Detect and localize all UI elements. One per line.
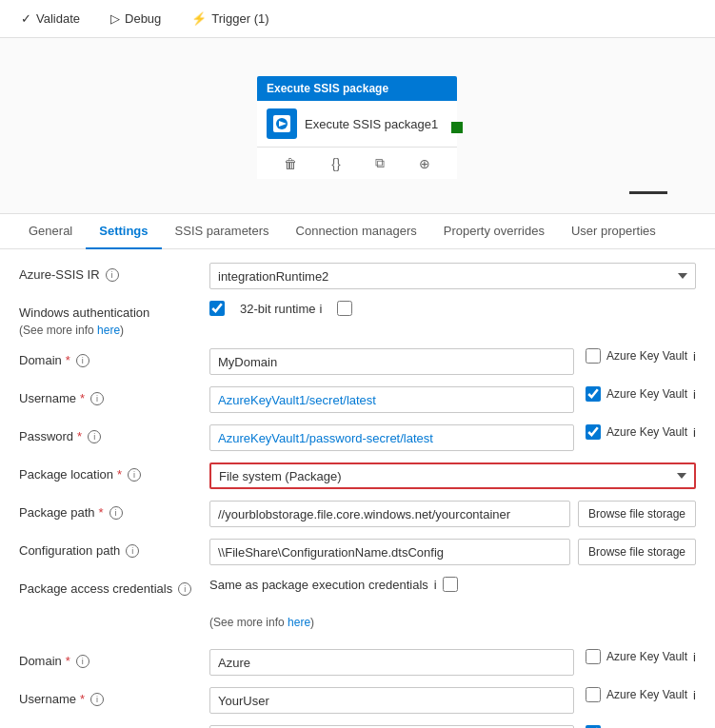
username2-kv-label: Azure Key Vault <box>606 688 687 701</box>
domain-row: Domain * i Azure Key Vault i <box>19 348 696 375</box>
domain-info-icon[interactable]: i <box>76 354 89 367</box>
username2-input[interactable] <box>209 687 574 714</box>
domain2-input-wrap <box>209 649 574 676</box>
domain-kv-label: Azure Key Vault <box>606 349 687 363</box>
username-label: Username * i <box>19 386 209 405</box>
see-more-info-note: (See more info here) <box>209 615 696 629</box>
domain2-input[interactable] <box>209 649 574 676</box>
password-label: Password * i <box>19 424 209 443</box>
azure-ssis-ir-info-icon[interactable]: i <box>106 268 119 282</box>
package-access-value: Same as package execution credentials i <box>209 577 696 592</box>
username2-required: * <box>80 692 85 706</box>
domain-kv-info-icon[interactable]: i <box>693 349 696 364</box>
domain2-info-icon[interactable]: i <box>76 655 89 668</box>
username-kv-label: Azure Key Vault <box>606 387 687 401</box>
canvas-area: Execute SSIS package Execute SSIS packag… <box>0 38 715 214</box>
config-path-input[interactable] <box>209 539 570 565</box>
connection-indicator <box>451 122 463 133</box>
azure-ssis-ir-select-wrapper: integrationRuntime2 <box>209 263 696 289</box>
tab-settings[interactable]: Settings <box>86 214 161 249</box>
azure-ssis-ir-row: Azure-SSIS IR i integrationRuntime2 <box>19 263 696 289</box>
domain-required: * <box>66 353 70 367</box>
see-more-info-link[interactable]: here <box>288 616 310 629</box>
password-input-wrap <box>209 424 574 451</box>
username2-info-icon[interactable]: i <box>90 693 104 706</box>
package-path-input[interactable] <box>209 501 570 527</box>
runtime-label: 32-bit runtime i <box>240 302 322 316</box>
code-icon[interactable]: {} <box>326 154 346 173</box>
domain2-kv-label: Azure Key Vault <box>606 650 687 663</box>
password-kv-wrap: Azure Key Vault i <box>586 424 696 440</box>
username-required: * <box>80 391 85 405</box>
password-kv-label: Azure Key Vault <box>606 425 687 439</box>
username-kv-info-icon[interactable]: i <box>693 387 696 402</box>
package-access-checkbox[interactable] <box>443 577 458 592</box>
ssis-icon <box>267 108 297 139</box>
runtime-checkbox[interactable] <box>337 301 352 316</box>
password-kv-checkbox[interactable] <box>586 424 601 440</box>
azure-ssis-ir-select[interactable]: integrationRuntime2 <box>209 263 696 289</box>
username2-input-wrap <box>209 687 574 714</box>
domain-input-wrap <box>209 348 574 375</box>
password-input[interactable] <box>209 424 574 451</box>
toolbar: ✓ Validate ▷ Debug ⚡ Trigger (1) <box>0 0 715 38</box>
windows-auth-controls: 32-bit runtime i <box>209 301 696 316</box>
windows-auth-label: Windows authentication (See more info he… <box>19 301 209 337</box>
domain2-kv-wrap: Azure Key Vault i <box>586 649 696 664</box>
tab-property-overrides[interactable]: Property overrides <box>430 214 558 249</box>
config-path-info-icon[interactable]: i <box>126 544 139 558</box>
windows-auth-here-link[interactable]: here <box>97 324 120 337</box>
card-header: Execute SSIS package <box>257 76 457 101</box>
card-body: Execute SSIS package1 <box>257 101 457 147</box>
package-access-info-icon[interactable]: i <box>178 582 191 596</box>
debug-button[interactable]: ▷ Debug <box>105 8 167 30</box>
username-info-icon[interactable]: i <box>90 392 104 405</box>
windows-auth-checkbox-wrap <box>209 301 225 316</box>
password-required: * <box>77 429 82 443</box>
azure-ssis-ir-label: Azure-SSIS IR i <box>19 263 209 282</box>
password-row: Password * i Azure Key Vault i <box>19 424 696 451</box>
validate-icon: ✓ <box>21 11 31 26</box>
tab-connection-managers[interactable]: Connection managers <box>283 214 430 249</box>
package-path-info-icon[interactable]: i <box>109 506 123 520</box>
package-location-required: * <box>117 467 122 482</box>
browse-file-storage-2-button[interactable]: Browse file storage <box>578 539 696 565</box>
trigger-icon: ⚡ <box>191 11 207 26</box>
config-path-label: Configuration path i <box>19 539 209 558</box>
password-kv-info-icon[interactable]: i <box>693 425 696 440</box>
username-kv-checkbox[interactable] <box>586 386 601 402</box>
domain2-kv-checkbox[interactable] <box>586 649 601 664</box>
validate-button[interactable]: ✓ Validate <box>15 8 86 30</box>
package-path-row: Package path * i Browse file storage <box>19 501 696 527</box>
activity-card: Execute SSIS package Execute SSIS packag… <box>257 76 457 179</box>
trigger-button[interactable]: ⚡ Trigger (1) <box>186 8 274 30</box>
tab-general[interactable]: General <box>15 214 86 249</box>
tab-ssis-parameters[interactable]: SSIS parameters <box>162 214 283 249</box>
package-location-info-icon[interactable]: i <box>128 468 141 482</box>
tabs-bar: General Settings SSIS parameters Connect… <box>0 214 715 249</box>
package-access-value-info-icon[interactable]: i <box>434 578 437 592</box>
see-more-info-space <box>19 615 209 620</box>
domain2-kv-info-icon[interactable]: i <box>693 650 696 664</box>
username2-kv-checkbox[interactable] <box>586 687 601 702</box>
windows-auth-note: (See more info here) <box>19 324 124 337</box>
username2-kv-info-icon[interactable]: i <box>693 688 696 702</box>
domain-input[interactable] <box>209 348 574 375</box>
runtime-info-icon[interactable]: i <box>319 302 322 316</box>
browse-file-storage-1-button[interactable]: Browse file storage <box>578 501 696 527</box>
tab-user-properties[interactable]: User properties <box>558 214 669 249</box>
password-info-icon[interactable]: i <box>88 430 101 443</box>
separator-line <box>629 191 667 194</box>
arrow-icon[interactable]: ⊕ <box>413 154 436 173</box>
copy-icon[interactable]: ⧉ <box>369 153 390 173</box>
config-path-input-wrap <box>209 539 570 565</box>
domain2-required: * <box>66 654 70 668</box>
domain-kv-checkbox[interactable] <box>586 348 601 364</box>
package-location-select[interactable]: File system (Package) <box>209 462 696 489</box>
package-location-label: Package location * i <box>19 462 209 482</box>
username-input[interactable] <box>209 386 574 413</box>
username-input-wrap <box>209 386 574 413</box>
package-path-input-wrap <box>209 501 570 527</box>
windows-auth-checkbox[interactable] <box>209 301 225 316</box>
delete-icon[interactable]: 🗑 <box>278 154 303 173</box>
